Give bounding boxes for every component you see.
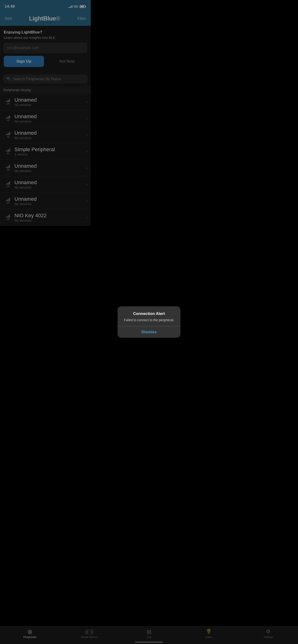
alert-overlay: Connection Alert Failed to connect to th… [0,0,91,249]
